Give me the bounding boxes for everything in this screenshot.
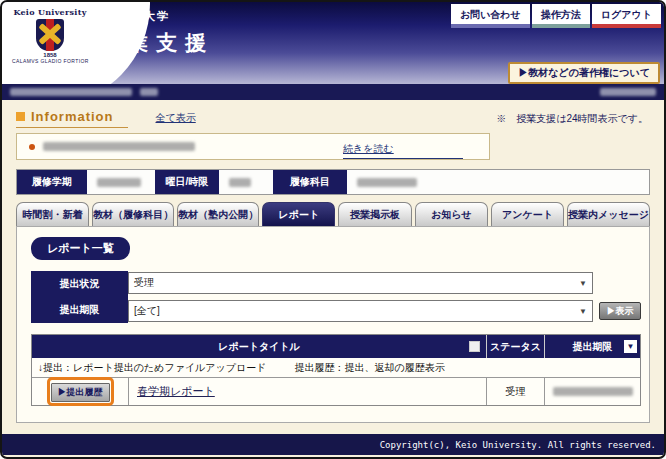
redacted-notice-text — [43, 142, 195, 151]
keio-shield-icon — [36, 19, 64, 51]
sort-descending-icon[interactable]: ▼ — [624, 340, 637, 353]
app-header: Keio University 1858 CALAMVS GLADIO FORT… — [2, 2, 664, 84]
information-section-header: Information 全て表示 ※ 授業支援は24時間表示です。 — [16, 107, 650, 129]
col-title-header: レポートタイトル — [218, 340, 300, 354]
howto-button[interactable]: 操作方法 — [532, 4, 590, 28]
legend-submit: ↓提出：レポート提出のためファイルアップロード — [38, 361, 267, 375]
browser-page: Keio University 1858 CALAMVS GLADIO FORT… — [0, 0, 666, 459]
status-filter-label: 提出状況 — [31, 271, 128, 297]
tab-timetable[interactable]: 時間割・新着 — [16, 202, 89, 226]
col-deadline-header: 提出期限 — [573, 340, 613, 354]
university-name: 慶應義塾大学 — [92, 9, 170, 24]
user-info-bar — [2, 84, 664, 100]
report-list-title: レポート一覧 — [31, 237, 130, 260]
highlight-annotation: ▶提出履歴 — [47, 377, 114, 406]
table-row: ▶提出履歴 春学期レポート 受理 — [32, 378, 640, 405]
logo-motto: CALAMVS GLADIO FORTIOR — [12, 58, 88, 64]
tab-class-board[interactable]: 授業掲示板 — [338, 202, 411, 226]
row-status: 受理 — [486, 378, 544, 405]
subject-label: 履修科目 — [273, 170, 347, 194]
redacted-user-detail — [140, 88, 158, 96]
report-title-link[interactable]: 春学期レポート — [137, 384, 215, 399]
copyright-text: Copyright(c), Keio University. All right… — [380, 440, 656, 450]
hours-note: ※ 授業支援は24時間表示です。 — [496, 112, 648, 126]
redacted-term-value — [97, 178, 141, 187]
course-info-bar: 履修学期 曜日/時限 履修科目 — [16, 169, 650, 195]
redacted-day-period-value — [229, 178, 251, 187]
information-square-icon — [16, 112, 25, 121]
col-status-header: ステータス — [486, 335, 544, 358]
deadline-filter-label: 提出期限 — [31, 297, 128, 323]
report-tab-panel: レポート一覧 提出状況 提出期限 受理 [全て] — [16, 226, 650, 423]
bullet-icon — [29, 144, 35, 150]
deadline-filter-select[interactable]: [全て] — [128, 300, 593, 322]
material-copyright-button[interactable]: ▶教材などの著作権について — [508, 62, 660, 84]
redacted-user-name — [10, 88, 132, 96]
page-footer: Copyright(c), Keio University. All right… — [2, 434, 664, 455]
tab-report[interactable]: レポート — [262, 202, 335, 226]
redacted-deadline-value — [553, 387, 633, 396]
tab-bar: 時間割・新着 教材（履修科目） 教材（塾内公開） レポート 授業掲示板 お知らせ… — [16, 202, 650, 226]
logout-button[interactable]: ログアウト — [592, 4, 661, 28]
report-filter: 提出状況 提出期限 受理 [全て] ▶表示 — [31, 271, 641, 323]
tab-class-message[interactable]: 授業内メッセージ — [567, 202, 650, 226]
information-title: Information — [31, 109, 114, 124]
contact-button[interactable]: お問い合わせ — [451, 4, 530, 28]
table-legend: ↓提出：レポート提出のためファイルアップロード 提出履歴：提出、返却の履歴表示 — [32, 358, 640, 378]
day-period-label: 曜日/時限 — [155, 170, 219, 194]
information-box: 続きを読む — [16, 133, 490, 160]
show-all-link[interactable]: 全て表示 — [156, 111, 196, 125]
tab-survey[interactable]: アンケート — [491, 202, 564, 226]
redacted-date — [600, 88, 656, 96]
report-table: レポートタイトル ステータス 提出期限 ▼ ↓提出：レポート提出のためファイルア… — [31, 334, 641, 406]
status-filter-select[interactable]: 受理 — [128, 272, 593, 294]
term-label: 履修学期 — [17, 170, 87, 194]
header-nav: お問い合わせ 操作方法 ログアウト — [451, 4, 661, 28]
main-content: Information 全て表示 ※ 授業支援は24時間表示です。 続きを読む … — [2, 107, 664, 423]
select-all-checkbox[interactable] — [469, 341, 480, 352]
tab-news[interactable]: お知らせ — [415, 202, 488, 226]
app-title: 授業支援 — [98, 29, 214, 57]
tab-materials-public[interactable]: 教材（塾内公開） — [177, 202, 259, 226]
logo-university-name: Keio University — [12, 7, 88, 17]
submission-history-button[interactable]: ▶提出履歴 — [51, 383, 110, 402]
legend-history: 提出履歴：提出、返却の履歴表示 — [295, 361, 445, 375]
show-button[interactable]: ▶表示 — [599, 302, 641, 320]
report-table-header: レポートタイトル ステータス 提出期限 ▼ — [32, 335, 640, 358]
keio-logo: Keio University 1858 CALAMVS GLADIO FORT… — [12, 7, 88, 64]
read-more-link[interactable]: 続きを読む — [343, 143, 394, 154]
redacted-subject-value — [357, 178, 417, 187]
tab-materials-courses[interactable]: 教材（履修科目） — [92, 202, 174, 226]
